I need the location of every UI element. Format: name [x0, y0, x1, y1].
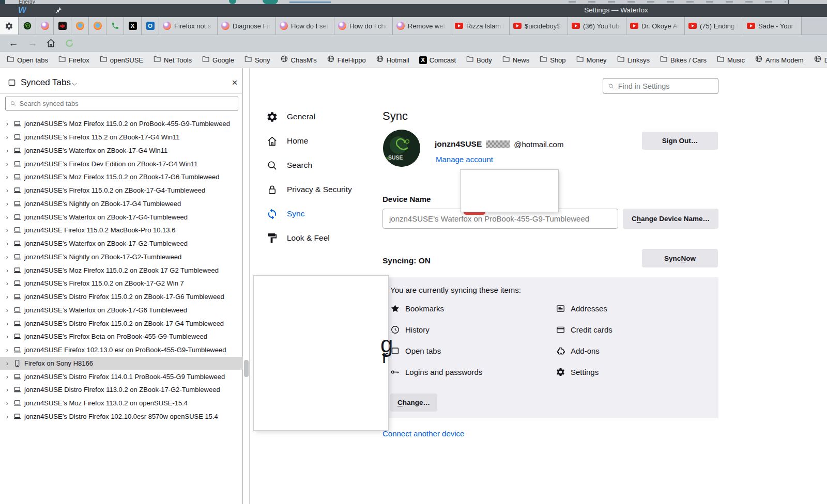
connect-another-device-link[interactable]: Connect another device	[382, 429, 464, 438]
synced-device-row[interactable]: › jonzn4SUSE’s Firefox Dev Edition on ZB…	[0, 157, 243, 170]
browser-tab[interactable]: (75) Ending F	[685, 17, 743, 35]
synced-device-row[interactable]: › jonzn4SUSE’s Firefox 115.0.2 on ZBook-…	[0, 277, 243, 290]
synced-device-row[interactable]: › jonzn4SUSE’s Waterfox on ZBook-17-G2-T…	[0, 237, 243, 250]
settings-nav-general[interactable]: General	[266, 109, 380, 124]
bookmark-item[interactable]: Linksys	[617, 55, 650, 65]
synced-device-row[interactable]: › jonzn4SUSE’s Firefox Beta on ProBook-4…	[0, 330, 243, 343]
browser-tab[interactable]: Diagnose Fir	[218, 17, 276, 35]
back-button[interactable]: ←	[7, 37, 20, 50]
expand-chevron-icon[interactable]: ›	[4, 253, 10, 261]
expand-chevron-icon[interactable]: ›	[4, 147, 10, 154]
bookmark-item[interactable]: Music	[716, 55, 745, 65]
browser-tab[interactable]: Rizza Islam L	[451, 17, 510, 35]
synced-tabs-search[interactable]	[5, 97, 238, 111]
expand-chevron-icon[interactable]: ›	[4, 200, 10, 208]
expand-chevron-icon[interactable]: ›	[4, 359, 10, 367]
expand-chevron-icon[interactable]: ›	[4, 399, 10, 407]
pinned-tab-firefox[interactable]	[89, 17, 106, 35]
browser-tab[interactable]: How do I set	[276, 17, 334, 35]
browser-tab[interactable]: (36) YouTube	[568, 17, 626, 35]
expand-chevron-icon[interactable]: ›	[4, 186, 10, 194]
settings-nav-home[interactable]: Home	[266, 133, 380, 149]
forward-button[interactable]: →	[26, 37, 39, 50]
synced-device-row[interactable]: › jonzn4SUSE’s Waterfox on ZBook-17-G6 T…	[0, 304, 243, 317]
bookmark-item[interactable]: Bikes / Cars	[660, 55, 707, 65]
synced-device-row[interactable]: › jonzn4SUSE’s Distro Firefox 115.0.2 on…	[0, 317, 243, 330]
browser-tab[interactable]: Dr. Okoye Ah	[626, 17, 685, 35]
expand-chevron-icon[interactable]: ›	[4, 320, 10, 327]
expand-chevron-icon[interactable]: ›	[4, 279, 10, 287]
reload-button[interactable]	[64, 38, 75, 49]
expand-chevron-icon[interactable]: ›	[4, 213, 10, 221]
scrollbar-thumb[interactable]	[244, 360, 249, 377]
change-sync-items-button[interactable]: Change…	[390, 393, 437, 412]
pinned-tab-phone[interactable]	[106, 17, 124, 35]
change-device-name-button[interactable]: Change Device Name…	[623, 209, 718, 229]
bookmark-item[interactable]: Open tabs	[6, 55, 48, 65]
tab-settings-active[interactable]	[0, 17, 19, 35]
bookmark-item[interactable]: Hotmail	[376, 55, 409, 65]
manage-account-link[interactable]: Manage account	[436, 155, 493, 164]
synced-device-row[interactable]: › jonzn4SUSE Firefox 102.13.0 esr on Pro…	[0, 343, 243, 357]
synced-device-row[interactable]: › Firefox on Sony H8166	[0, 357, 243, 370]
bookmark-item[interactable]: Google	[202, 55, 234, 65]
synced-device-row[interactable]: › jonzn4SUSE Firefox 115.0.2 MacBook-Pro…	[0, 224, 243, 237]
synced-device-row[interactable]: › jonzn4SUSE’s Moz Firefox 115.0.2 on Pr…	[0, 117, 243, 131]
bookmark-item[interactable]: News	[502, 55, 530, 65]
synced-device-row[interactable]: › jonzn4SUSE’s Distro Firefox 102.10.0es…	[0, 410, 243, 423]
expand-chevron-icon[interactable]: ›	[4, 386, 10, 393]
bookmark-item[interactable]: Download Drive	[814, 55, 827, 65]
browser-tab[interactable]: Remove web	[393, 17, 451, 35]
close-sidebar-button[interactable]: ×	[229, 77, 240, 88]
browser-tab[interactable]: $uicideboy$	[510, 17, 568, 35]
bookmark-item[interactable]: Body	[466, 55, 492, 65]
pinned-tab-opensuse[interactable]	[19, 17, 36, 35]
synced-device-row[interactable]: › jonzn4SUSE’s Waterfox on ZBook-17-G4 W…	[0, 144, 243, 158]
expand-chevron-icon[interactable]: ›	[4, 240, 10, 247]
settings-nav-look-feel[interactable]: Look & Feel	[266, 230, 380, 246]
bookmark-item[interactable]: X Comcast	[419, 56, 456, 64]
bookmark-item[interactable]: Money	[576, 55, 607, 65]
sidebar-splitter[interactable]	[243, 68, 250, 504]
pinned-tab-mageia[interactable]	[54, 17, 71, 35]
expand-chevron-icon[interactable]: ›	[4, 160, 10, 168]
find-in-settings[interactable]	[603, 78, 718, 94]
pinned-tab-outlook[interactable]: O	[142, 17, 159, 35]
expand-chevron-icon[interactable]: ›	[4, 373, 10, 381]
expand-chevron-icon[interactable]: ›	[4, 120, 10, 128]
settings-nav-search[interactable]: Search	[266, 158, 380, 173]
pinned-tab-firefox[interactable]	[71, 17, 89, 35]
pinned-tab-firefox-orb[interactable]	[36, 17, 54, 35]
expand-chevron-icon[interactable]: ›	[4, 333, 10, 340]
settings-nav-privacy-security[interactable]: Privacy & Security	[266, 182, 380, 197]
expand-chevron-icon[interactable]: ›	[4, 173, 10, 181]
expand-chevron-icon[interactable]: ›	[4, 293, 10, 301]
browser-tab[interactable]: How do I cho	[334, 17, 393, 35]
find-in-settings-input[interactable]	[618, 82, 713, 90]
bookmark-item[interactable]: Shop	[539, 55, 565, 65]
chevron-down-icon[interactable]	[72, 81, 76, 85]
synced-device-row[interactable]: › jonzn4SUSE’s Moz Firefox 113.0.2 on op…	[0, 397, 243, 410]
sign-out-button[interactable]: Sign Out…	[642, 132, 718, 150]
synced-device-row[interactable]: › jonzn4SUSE’s Distro Firefox 114.0.1 Pr…	[0, 370, 243, 383]
synced-device-row[interactable]: › jonzn4SUSE’s Moz Firefox 115.0.2 on ZB…	[0, 263, 243, 277]
synced-device-row[interactable]: › jonzn4SUSE’s Moz Firefox 115.0.2 on ZB…	[0, 170, 243, 184]
bookmark-item[interactable]: Firefox	[58, 55, 89, 65]
synced-device-row[interactable]: › jonzn4SUSE’s Firefox 115.0.2 on ZBook-…	[0, 184, 243, 197]
synced-device-row[interactable]: › jonzn4SUSE’s Firefox 115.2 on ZBook-17…	[0, 131, 243, 144]
expand-chevron-icon[interactable]: ›	[4, 346, 10, 354]
title-bar[interactable]: Settings — Waterfox	[0, 4, 827, 17]
synced-device-row[interactable]: › jonzn4SUSE’s Distro Firefox 115.0.2 on…	[0, 290, 243, 304]
synced-device-row[interactable]: › jonzn4SUSE’s Nightly on ZBook-17-G2-Tu…	[0, 250, 243, 264]
expand-chevron-icon[interactable]: ›	[4, 133, 10, 141]
pin-icon[interactable]	[53, 6, 63, 15]
expand-chevron-icon[interactable]: ›	[4, 413, 10, 420]
synced-device-row[interactable]: › jonzn4SUSE’s Nightly on ZBook-17-G4 Tu…	[0, 197, 243, 211]
bookmark-item[interactable]: openSUSE	[99, 55, 143, 65]
bookmark-item[interactable]: FileHippo	[327, 55, 366, 65]
sync-now-button[interactable]: Sync Now	[642, 249, 718, 267]
synced-device-row[interactable]: › jonzn4SUSE’s Waterfox on ZBook-17-G4-T…	[0, 210, 243, 224]
settings-nav-sync[interactable]: Sync	[266, 206, 380, 222]
home-button[interactable]	[45, 38, 56, 49]
pinned-tab-x[interactable]: X	[124, 17, 142, 35]
